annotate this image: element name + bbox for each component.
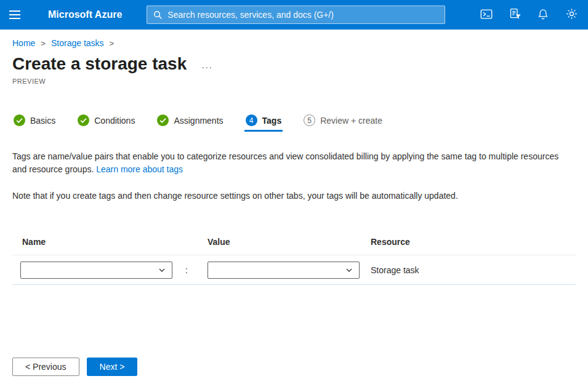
search-icon: [153, 10, 163, 20]
tab-basics[interactable]: Basics: [12, 114, 57, 132]
tags-table-header: Name Value Resource: [12, 237, 576, 255]
tab-label: Conditions: [94, 116, 135, 126]
tag-row: : Storage task: [12, 255, 576, 285]
hamburger-icon: [9, 10, 20, 19]
cloud-shell-icon: [480, 7, 493, 23]
name-value-separator: :: [185, 265, 188, 275]
chevron-down-icon[interactable]: [345, 266, 353, 274]
step-complete-icon: [78, 114, 89, 126]
breadcrumb-separator: >: [110, 39, 115, 48]
tags-description-text: Tags are name/value pairs that enable yo…: [12, 151, 558, 174]
column-header-value: Value: [207, 237, 371, 247]
hamburger-menu-button[interactable]: [0, 0, 30, 30]
tab-label: Tags: [262, 116, 282, 126]
page-context-menu-button[interactable]: ···: [201, 62, 212, 72]
wizard-footer: < Previous Next >: [12, 358, 576, 376]
page-content: Home > Storage tasks > Create a storage …: [0, 38, 588, 376]
tab-review-create[interactable]: 5 Review + create: [302, 114, 384, 132]
cloud-shell-button[interactable]: [472, 0, 501, 30]
topbar-actions: [472, 0, 588, 30]
notifications-bell-icon: [537, 8, 549, 22]
breadcrumb-storage-tasks-link[interactable]: Storage tasks: [51, 38, 104, 48]
column-header-resource: Resource: [371, 237, 576, 247]
settings-gear-icon: [565, 7, 578, 22]
tab-tags[interactable]: 4 Tags: [244, 114, 283, 132]
global-search-box[interactable]: [147, 6, 445, 24]
tag-value-combobox[interactable]: [207, 262, 360, 279]
tab-label: Assignments: [174, 116, 223, 126]
directory-filter-icon: [509, 7, 522, 22]
tab-conditions[interactable]: Conditions: [76, 114, 136, 132]
next-button[interactable]: Next >: [87, 358, 138, 376]
page-title: Create a storage task: [12, 53, 187, 75]
settings-button[interactable]: [557, 0, 586, 30]
step-number-badge: 5: [304, 114, 315, 126]
chevron-down-icon[interactable]: [158, 266, 166, 274]
tag-value-input[interactable]: [214, 265, 341, 275]
tab-assignments[interactable]: Assignments: [156, 114, 224, 132]
resource-label: Storage task: [371, 265, 576, 275]
tab-label: Review + create: [320, 116, 382, 126]
tags-table: Name Value Resource :: [12, 237, 576, 285]
product-title[interactable]: Microsoft Azure: [48, 9, 122, 20]
wizard-tabs: Basics Conditions Assignments 4 Tags 5 R…: [12, 114, 576, 132]
step-number-badge: 4: [246, 114, 257, 126]
tab-label: Basics: [30, 116, 55, 126]
tag-name-input[interactable]: [26, 265, 154, 275]
global-search-input[interactable]: [167, 10, 438, 20]
tags-note: Note that if you create tags and then ch…: [12, 190, 573, 202]
previous-button[interactable]: < Previous: [12, 358, 79, 376]
tag-name-combobox[interactable]: [20, 262, 172, 279]
column-header-name: Name: [12, 237, 207, 247]
preview-badge: PREVIEW: [12, 78, 576, 85]
breadcrumb: Home > Storage tasks >: [12, 38, 576, 48]
notifications-button[interactable]: [529, 0, 557, 30]
breadcrumb-separator: >: [41, 39, 46, 48]
step-complete-icon: [14, 114, 25, 126]
breadcrumb-home-link[interactable]: Home: [12, 38, 35, 48]
tags-description: Tags are name/value pairs that enable yo…: [12, 150, 573, 176]
directory-filter-button[interactable]: [501, 0, 529, 30]
azure-top-bar: Microsoft Azure: [0, 0, 588, 30]
learn-more-link[interactable]: Learn more about tags: [96, 164, 183, 174]
step-complete-icon: [157, 114, 169, 126]
